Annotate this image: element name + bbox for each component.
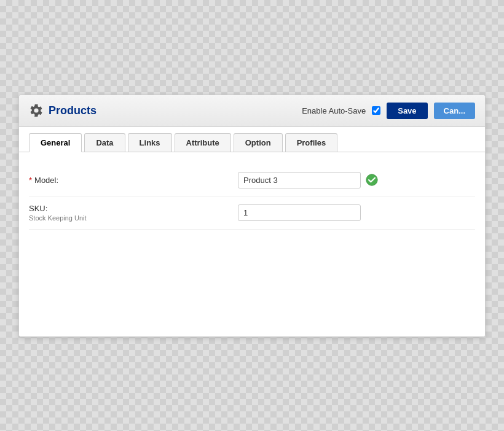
panel-header: Products Enable Auto-Save Save Can... [19,95,485,127]
model-label-area: *Model: [29,174,238,185]
sku-label-area: SKU: Stock Keeping Unit [29,204,238,222]
page-title: Products [49,104,96,117]
sku-input[interactable] [238,204,361,221]
tab-links[interactable]: Links [128,133,172,152]
save-button[interactable]: Save [387,103,427,119]
model-label: *Model: [29,176,58,185]
model-field-area [238,172,475,188]
panel-content: *Model: SKU: Stock Keeping Unit [19,152,485,336]
sku-row: SKU: Stock Keeping Unit [29,196,475,230]
tab-general[interactable]: General [29,133,82,152]
autosave-label: Enable Auto-Save [302,106,366,115]
svg-point-0 [366,174,377,185]
tab-profiles[interactable]: Profiles [285,133,338,152]
header-controls: Enable Auto-Save Save Can... [302,103,475,119]
model-required-indicator: * [29,176,32,185]
model-row: *Model: [29,165,475,196]
model-valid-icon [366,174,378,186]
autosave-checkbox[interactable] [372,106,380,115]
sku-field-area [238,204,475,221]
cancel-button[interactable]: Can... [434,103,475,119]
tabs-bar: General Data Links Attribute Option Prof… [19,127,485,152]
sku-label: SKU: [29,204,226,213]
panel-title-area: Products [29,103,96,118]
model-input[interactable] [238,172,361,188]
tab-data[interactable]: Data [84,133,125,152]
tab-option[interactable]: Option [234,133,283,152]
tab-attribute[interactable]: Attribute [175,133,231,152]
main-panel: Products Enable Auto-Save Save Can... Ge… [18,95,486,337]
sku-sublabel: Stock Keeping Unit [29,214,226,222]
gear-icon [29,103,44,118]
